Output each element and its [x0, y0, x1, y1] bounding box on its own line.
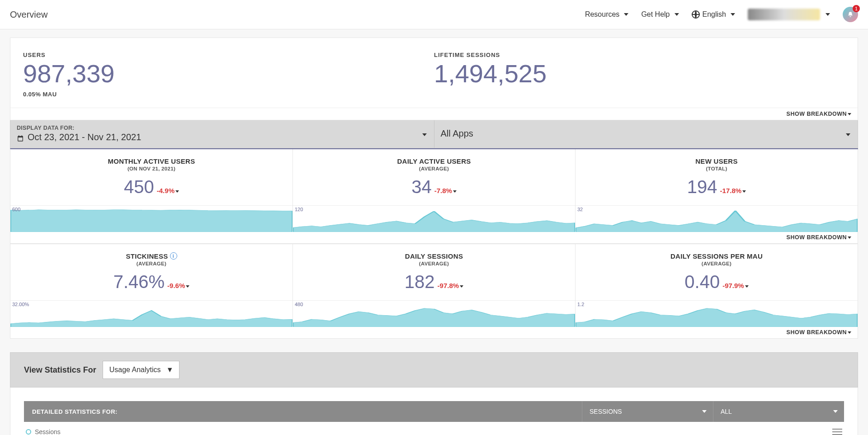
- caret-down-icon: [833, 410, 838, 413]
- detailed-stats-bar: DETAILED STATISTICS FOR: SESSIONS ALL: [24, 401, 844, 422]
- bell-icon: [847, 11, 854, 18]
- show-breakdown-row2[interactable]: SHOW BREAKDOWN: [10, 326, 858, 339]
- spark-axis-label: 32.00%: [12, 302, 29, 307]
- metric-delta[interactable]: -97.8%: [438, 282, 464, 289]
- legend-dot-icon: [26, 429, 31, 435]
- lifetime-label: LIFETIME SESSIONS: [434, 52, 845, 58]
- metric-subtitle: (AVERAGE): [580, 261, 853, 266]
- caret-down-icon: [702, 410, 707, 413]
- metric-delta[interactable]: -9.6%: [167, 282, 189, 289]
- page-title: Overview: [10, 9, 47, 20]
- stats-metric-select[interactable]: SESSIONS: [582, 401, 713, 422]
- metric-title: MONTHLY ACTIVE USERS: [15, 157, 288, 165]
- show-breakdown-totals[interactable]: SHOW BREAKDOWN: [10, 108, 858, 120]
- chart-legend: Sessions: [24, 422, 844, 435]
- users-value: 987,339: [23, 61, 434, 86]
- sparkline-chart: [293, 301, 575, 327]
- view-stats-label: View Statistics For: [24, 365, 96, 375]
- notifications-badge: 1: [853, 5, 860, 12]
- metric-delta[interactable]: -4.9%: [157, 187, 179, 194]
- stats-body: DETAILED STATISTICS FOR: SESSIONS ALL Se…: [10, 388, 858, 435]
- chevron-down-icon: [844, 131, 850, 138]
- metric-value: 0.40: [684, 272, 720, 292]
- metric-delta[interactable]: -97.9%: [722, 282, 749, 289]
- sparkline-chart: [576, 206, 858, 232]
- sparkline-chart: [293, 206, 575, 232]
- metric-cell: DAILY SESSIONS (AVERAGE) 182 -97.8% 480: [293, 244, 576, 326]
- users-total: USERS 987,339 0.05% MAU: [23, 52, 434, 98]
- metric-subtitle: (AVERAGE): [297, 166, 571, 171]
- resources-menu[interactable]: Resources: [585, 10, 628, 19]
- apps-picker[interactable]: All Apps: [434, 120, 858, 148]
- metric-cell: DAILY SESSIONS PER MAU (AVERAGE) 0.40 -9…: [576, 244, 858, 326]
- legend-label: Sessions: [35, 428, 61, 435]
- sparkline-chart: [576, 301, 858, 327]
- header-right: Resources Get Help English 1: [585, 7, 858, 22]
- notifications-button[interactable]: 1: [843, 7, 858, 22]
- account-menu[interactable]: [748, 9, 830, 20]
- get-help-menu[interactable]: Get Help: [641, 10, 679, 19]
- metric-title: DAILY SESSIONS PER MAU: [580, 252, 853, 260]
- language-menu[interactable]: English: [692, 10, 735, 19]
- stats-filter-select[interactable]: ALL: [713, 401, 844, 422]
- spark-axis-label: 120: [295, 207, 303, 212]
- show-breakdown-row1[interactable]: SHOW BREAKDOWN: [10, 232, 858, 244]
- metric-cell: NEW USERS (TOTAL) 194 -17.8% 32: [576, 149, 858, 232]
- lifetime-sessions-total: LIFETIME SESSIONS 1,494,525: [434, 52, 845, 98]
- account-name-redacted: [748, 9, 820, 20]
- metric-title: DAILY SESSIONS: [297, 252, 571, 260]
- chart-menu-icon[interactable]: [832, 429, 842, 435]
- metric-title: DAILY ACTIVE USERS: [297, 157, 571, 165]
- spark-axis-label: 480: [295, 302, 303, 307]
- users-label: USERS: [23, 52, 434, 58]
- filter-row: DISPLAY DATA FOR: Oct 23, 2021 - Nov 21,…: [10, 120, 858, 148]
- metric-title: NEW USERS: [580, 157, 853, 165]
- metric-subtitle: (AVERAGE): [15, 261, 288, 266]
- metric-grid-row-2: STICKINESSi (AVERAGE) 7.46% -9.6% 32.00%…: [10, 244, 858, 326]
- info-icon[interactable]: i: [170, 252, 177, 260]
- metric-cell: MONTHLY ACTIVE USERS (ON NOV 21, 2021) 4…: [10, 149, 293, 232]
- globe-icon: [692, 10, 700, 19]
- view-stats-select[interactable]: Usage Analytics ▼: [103, 361, 179, 379]
- metric-grid-row-1: MONTHLY ACTIVE USERS (ON NOV 21, 2021) 4…: [10, 148, 858, 232]
- metric-value: 194: [687, 177, 717, 197]
- caret-down-icon: ▼: [166, 366, 174, 374]
- metric-subtitle: (TOTAL): [580, 166, 853, 171]
- stats-header: View Statistics For Usage Analytics ▼: [10, 352, 858, 388]
- calendar-icon: [17, 134, 24, 141]
- metric-delta[interactable]: -7.8%: [434, 187, 457, 194]
- detailed-stats-label: DETAILED STATISTICS FOR:: [24, 408, 582, 415]
- metric-value: 182: [405, 272, 435, 292]
- metric-value: 450: [124, 177, 154, 197]
- spark-axis-label: 600: [12, 207, 20, 212]
- spark-axis-label: 32: [577, 207, 583, 212]
- chevron-down-icon: [420, 131, 427, 138]
- metric-value: 7.46%: [113, 272, 165, 292]
- sparkline-chart: [10, 301, 292, 327]
- spark-axis-label: 1.2: [577, 302, 584, 307]
- date-range-picker[interactable]: DISPLAY DATA FOR: Oct 23, 2021 - Nov 21,…: [10, 120, 434, 148]
- apps-value: All Apps: [441, 128, 473, 139]
- sparkline-chart: [10, 206, 292, 232]
- display-data-label: DISPLAY DATA FOR:: [17, 125, 428, 131]
- users-sublabel: 0.05% MAU: [23, 91, 434, 98]
- date-range-value: Oct 23, 2021 - Nov 21, 2021: [28, 132, 141, 142]
- metric-title: STICKINESSi: [15, 252, 288, 260]
- metric-subtitle: (AVERAGE): [297, 261, 571, 266]
- metric-subtitle: (ON NOV 21, 2021): [15, 166, 288, 171]
- metric-value: 34: [411, 177, 432, 197]
- top-header: Overview Resources Get Help English 1: [0, 0, 868, 29]
- metric-cell: DAILY ACTIVE USERS (AVERAGE) 34 -7.8% 12…: [293, 149, 576, 232]
- metric-delta[interactable]: -17.8%: [720, 187, 746, 194]
- totals-card: USERS 987,339 0.05% MAU LIFETIME SESSION…: [10, 38, 858, 120]
- lifetime-value: 1,494,525: [434, 61, 845, 86]
- metric-cell: STICKINESSi (AVERAGE) 7.46% -9.6% 32.00%: [10, 244, 293, 326]
